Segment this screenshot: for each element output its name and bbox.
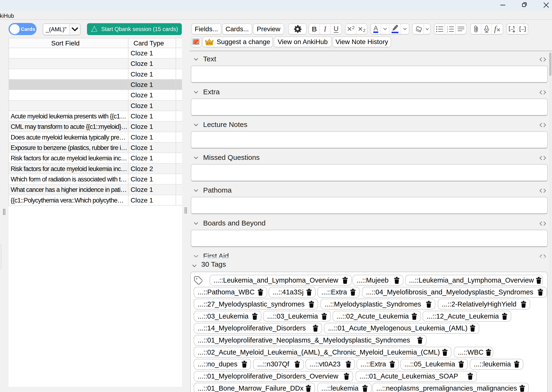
- svg-text:3: 3: [447, 30, 448, 32]
